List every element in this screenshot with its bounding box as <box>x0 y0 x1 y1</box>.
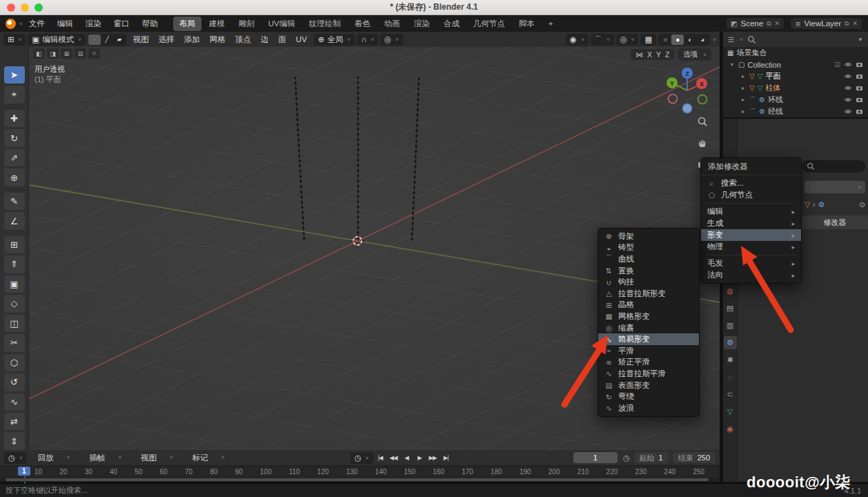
add-workspace-button[interactable]: + <box>542 17 560 30</box>
tree-closed-icon[interactable]: ▸ <box>740 85 747 91</box>
scrollbar-handle[interactable] <box>6 478 709 481</box>
select-mode-button[interactable]: ▰ <box>113 35 126 45</box>
mirror-z-toggle[interactable]: Z <box>665 50 669 59</box>
filter-icon[interactable]: ▼ <box>858 37 863 43</box>
outliner-row-plane[interactable]: ▸ ▽ ▽ 平面 <box>723 70 868 82</box>
pan-hand-icon[interactable] <box>694 135 711 151</box>
outliner-row-scene-collection[interactable]: ▦ 场景集合 <box>723 47 868 59</box>
camera-visibility-icon[interactable] <box>856 108 864 115</box>
eye-icon[interactable] <box>844 61 852 68</box>
overlays-dropdown[interactable]: ◎ ˅ <box>616 34 639 46</box>
eye-icon[interactable] <box>844 73 852 79</box>
viewlayer-selector[interactable]: ≣ ViewLayer ⧉ ✕ <box>790 17 862 30</box>
topbar-menu-item[interactable]: 窗口 <box>108 15 136 32</box>
tree-closed-icon[interactable]: ▸ <box>740 108 747 115</box>
select-mode-button[interactable]: ╱ <box>101 35 113 45</box>
tool-rotate[interactable]: ↻ <box>4 129 25 146</box>
search-icon[interactable] <box>747 35 756 44</box>
modifiers-tab[interactable]: 修改器 <box>802 215 868 229</box>
pin-icon[interactable]: ⊙ <box>859 200 865 208</box>
workspace-tab[interactable]: 动画 <box>378 17 406 31</box>
shading-mode-button[interactable]: ● <box>671 35 684 45</box>
tool-transform[interactable]: ⊕ <box>4 168 25 186</box>
gizmos-dropdown[interactable]: ⌒ ˅ <box>591 34 614 46</box>
eye-icon[interactable] <box>844 108 852 115</box>
outliner-row-curve-1[interactable]: ▸ ⌒ ⚙ 环线 <box>723 94 868 106</box>
xray-toggle[interactable]: ▦ <box>640 34 656 46</box>
deform-menu-item[interactable]: ∿ 简易形变 <box>598 333 699 345</box>
tool-option-button[interactable]: ◨ <box>47 48 59 59</box>
viewport-menu-item[interactable]: 顶点 <box>230 32 256 47</box>
deform-menu-item[interactable]: ≋ 矫正平滑 <box>598 357 699 369</box>
camera-visibility-icon[interactable] <box>856 97 864 103</box>
duplicate-scene-icon[interactable]: ⧉ <box>767 20 771 28</box>
deform-menu-item[interactable]: ◎ 缩裹 <box>598 322 699 334</box>
exclude-checkbox-icon[interactable]: ☑ <box>834 61 840 68</box>
outliner-row-curve-2[interactable]: ▸ ⌒ ⚙ 经线 <box>723 106 868 117</box>
playback-button[interactable]: ▶| <box>440 452 452 463</box>
shading-mode-button[interactable]: ◕ <box>696 35 709 45</box>
deform-menu-item[interactable]: ◒ 铸型 <box>598 242 699 254</box>
deform-menu-item[interactable]: ≈ 平滑 <box>598 345 699 357</box>
current-frame-field[interactable]: 1 <box>573 452 618 463</box>
tree-closed-icon[interactable]: ▸ <box>740 73 747 79</box>
playback-button[interactable]: |◀ <box>375 452 386 463</box>
delete-scene-icon[interactable]: ✕ <box>775 20 780 27</box>
transform-orientation[interactable]: ⊕ 全局 ˅ <box>314 34 355 46</box>
playhead[interactable]: 1 <box>18 467 30 476</box>
tab-constraints[interactable]: ⊂ <box>724 388 737 401</box>
modifier-category[interactable]: 法向 ▸ <box>701 269 801 281</box>
workspace-tab[interactable]: 着色 <box>348 17 377 31</box>
menu-item[interactable]: ⌕ 搜索... <box>701 177 801 189</box>
topbar-menu-item[interactable]: 帮助 <box>136 15 164 32</box>
outliner-row-cylinder[interactable]: ▸ ▽ ▽ 柱体 <box>723 82 868 94</box>
modifier-wrench-icon[interactable]: ⚙ <box>818 200 825 208</box>
tool-knife[interactable]: ✂ <box>4 334 25 351</box>
modifier-category[interactable]: 毛发 ▸ <box>701 257 801 269</box>
camera-visibility-icon[interactable] <box>856 85 864 91</box>
tool-edge-slide[interactable]: ⇄ <box>4 413 25 430</box>
deform-menu-item[interactable]: ↻ 弯绕 <box>598 391 699 402</box>
tool-extrude[interactable]: ⇑ <box>4 255 25 273</box>
workspace-tab[interactable]: 几何节点 <box>467 17 511 31</box>
eye-icon[interactable] <box>844 85 852 91</box>
playback-button[interactable]: ◀◀ <box>388 452 400 463</box>
tab-material[interactable]: ◉ <box>724 422 737 436</box>
scene-selector[interactable]: ◩ Scene ⧉ ✕ <box>726 17 785 30</box>
timeline-scrollbar[interactable] <box>0 478 720 482</box>
deform-menu-item[interactable]: ⊞ 晶格 <box>598 300 699 311</box>
outliner-row-collection[interactable]: ▾ ▢ Collection ☑ <box>723 59 868 70</box>
viewport-menu-item[interactable]: 添加 <box>179 32 205 47</box>
mirror-x-toggle[interactable]: X <box>647 50 652 59</box>
camera-visibility-icon[interactable] <box>856 61 864 68</box>
deform-menu-item[interactable]: ∪ 钩挂 <box>598 276 699 288</box>
tool-inset[interactable]: ▣ <box>4 275 25 293</box>
tool-bevel[interactable]: ◇ <box>4 295 25 312</box>
viewport-menu-item[interactable]: 边 <box>256 32 274 47</box>
editor-type-selector[interactable]: ◷ ˅ <box>4 452 27 464</box>
deform-menu-item[interactable]: ⌒ 曲线 <box>598 253 699 265</box>
playback-button[interactable]: ◀ <box>401 452 413 463</box>
tab-data[interactable]: ▽ <box>724 405 737 418</box>
camera-visibility-icon[interactable] <box>856 73 864 79</box>
timeline-menu-item[interactable]: 插帧˅ <box>79 450 131 465</box>
tool-scale[interactable]: ⇗ <box>4 149 25 166</box>
timeline-menu-item[interactable]: 回放˅ <box>28 450 80 465</box>
tool-option-button[interactable]: ◧ <box>33 48 45 59</box>
deform-menu-item[interactable]: ⇅ 置换 <box>598 265 699 277</box>
viewport-menu-item[interactable]: 网格 <box>205 32 230 47</box>
editor-type-icon[interactable]: ☰ <box>728 36 734 43</box>
frame-end-field[interactable]: 结束 250 <box>673 452 716 463</box>
shading-mode-button[interactable]: ◐ <box>684 35 696 45</box>
workspace-tab[interactable]: 合成 <box>437 17 466 31</box>
tool-move[interactable]: ✚ <box>4 110 25 127</box>
mirror-y-toggle[interactable]: Y <box>656 50 661 59</box>
menu-item[interactable]: ⎔ 几何节点 <box>701 189 801 201</box>
deform-menu-item[interactable]: ▤ 表面形变 <box>598 380 699 391</box>
viewport-menu-item[interactable]: UV <box>291 32 312 47</box>
tool-shrink-fatten[interactable]: ⇕ <box>4 432 25 449</box>
zoom-icon[interactable] <box>694 113 711 130</box>
tree-closed-icon[interactable]: ▸ <box>740 97 747 103</box>
deform-menu-item[interactable]: ⊕ 骨架 <box>598 231 699 242</box>
timeline-menu-item[interactable]: 标记˅ <box>183 450 235 465</box>
